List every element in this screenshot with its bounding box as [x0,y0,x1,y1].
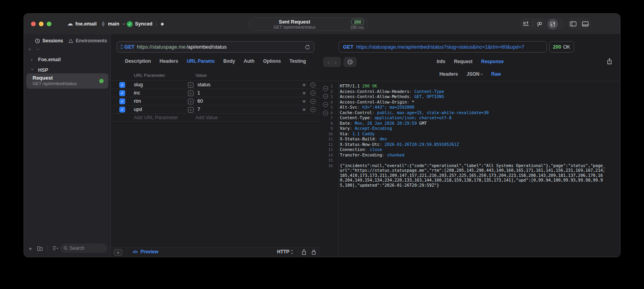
tab-auth[interactable]: Auth [244,58,254,64]
unsaved-indicator-dot [161,23,164,25]
line-number: 16 [320,163,336,188]
sidebar-group-hsp[interactable]: › HSP [31,67,48,73]
code-token: : [350,121,355,125]
line-number: 8 [320,121,336,126]
param-enabled-checkbox[interactable]: ✓ [119,107,125,113]
add-param-placeholder[interactable]: Add URL Parameter [134,115,178,120]
editor-footer: ▲ </> Preview HTTP [111,247,320,257]
remove-param-button[interactable] [310,105,316,114]
tab-json[interactable]: JSON [467,71,483,77]
param-enabled-checkbox[interactable]: ✓ [119,98,125,104]
tab-environments[interactable]: Environments [68,38,107,44]
param-value-input[interactable]: 1 [197,90,200,96]
param-value-input[interactable]: 7 [197,107,200,112]
new-request-button[interactable]: + [29,245,32,252]
response-code[interactable]: 1HTTP/1.1 200 OK2Access-Control-Allow-He… [320,81,620,257]
tab-response[interactable]: Response [481,59,504,64]
branch-icon [101,21,106,27]
minimize-window-button[interactable] [39,22,44,26]
tab-testing[interactable]: Testing [290,58,306,64]
branch-selector[interactable]: main [101,14,125,34]
tab-request[interactable]: Request [454,59,473,64]
sent-request-pill[interactable]: Sent Request GET /api/embed/status 200 2… [248,17,368,31]
param-name-input[interactable]: rtm [134,98,141,104]
param-enabled-checkbox[interactable]: ✓ [119,82,125,88]
tab-body[interactable]: Body [223,58,235,64]
request-method[interactable]: GET [124,44,135,50]
code-line: 7Content-Type: application/json; charset… [320,115,620,121]
expand-console-button[interactable]: ▲ [114,249,122,256]
code-token: Content-Type [414,89,444,94]
sidebar-search[interactable] [60,244,107,253]
add-value-placeholder[interactable]: Add Value [195,115,218,120]
param-enabled-checkbox[interactable]: ✓ [119,90,125,96]
sidebar-item-request[interactable]: Request GET /api/embed/status [26,73,108,89]
sort-filter-button[interactable] [53,246,59,251]
pull-changes-button[interactable] [533,18,546,30]
sidebar-group-foe-email[interactable]: › Foe.email [31,57,61,62]
request-list-order-button[interactable] [519,18,533,30]
lock-icon[interactable] [311,249,316,255]
line-number: 13 [320,147,336,153]
protocol-selector[interactable]: HTTP [277,249,293,254]
response-url-bar[interactable]: GET https://statuspage.me/api/embed/stat… [339,41,547,53]
tab-sessions[interactable]: Sessions [35,38,63,44]
remove-param-button[interactable] [310,97,316,105]
request-url-bar[interactable]: GET https://statuspage.me /api/embed/sta… [117,41,314,53]
param-name-input[interactable]: inc [134,90,140,96]
response-tabs: InfoRequestResponse [320,59,620,64]
fold-toggle-icon[interactable] [323,94,328,99]
param-value-input[interactable]: status [197,82,210,87]
resend-request-icon[interactable] [305,44,310,50]
tab-label: Options [263,58,281,64]
reorder-handle-icon[interactable]: ≡ [303,89,306,97]
toggle-bottom-panel-button[interactable] [579,18,591,30]
code-token: : [382,153,387,157]
tab-headers[interactable]: Headers [440,71,458,77]
zoom-window-button[interactable] [47,22,51,26]
sync-status: ✓ Synced [127,14,152,34]
code-token: : [375,136,380,141]
share-request-button[interactable] [301,249,306,255]
remove-param-button[interactable] [310,89,316,97]
tab-environments-label: Environments [76,38,107,44]
tab-raw[interactable]: Raw [491,71,501,77]
tab-label: JSON [467,71,480,77]
code-token: public, max-age=15, stale-while-revalida… [377,110,489,115]
toggle-sidebar-button[interactable] [567,18,579,30]
project-menu[interactable]: ☁ foe.email [67,14,97,34]
line-number: 4 [320,100,336,105]
tab-headers[interactable]: Headers [160,58,178,64]
new-folder-button[interactable] [37,246,43,251]
equals-icon: = [188,82,193,88]
code-token: : [379,142,385,147]
line-number: 15 [320,158,336,163]
param-name-input[interactable]: slug [134,82,143,87]
fold-toggle-icon[interactable] [323,111,328,116]
fold-toggle-icon[interactable] [323,102,328,107]
search-input[interactable] [69,245,104,251]
close-window-button[interactable] [31,22,36,26]
code-line: 14Transfer-Encoding: chunked [320,153,620,158]
reorder-handle-icon[interactable]: ≡ [303,81,306,89]
param-value-input[interactable]: 60 [197,98,203,104]
tab-description[interactable]: Description [125,58,151,64]
send-receive-button[interactable] [547,19,558,29]
preview-button[interactable]: </> Preview [133,249,158,254]
tab-options[interactable]: Options [263,58,281,64]
tab-info[interactable]: Info [437,59,445,64]
export-response-button[interactable] [607,58,612,65]
code-token: close [370,147,382,152]
line-text: Connection: close [336,147,620,153]
line-text: Cache-Control: public, max-age=15, stale… [336,110,620,116]
reorder-handle-icon[interactable]: ≡ [303,105,306,114]
fold-toggle-icon[interactable] [323,86,328,91]
param-name-input[interactable]: upd [134,107,142,112]
remove-session-button[interactable]: − [36,46,40,53]
reorder-handle-icon[interactable]: ≡ [303,97,306,105]
remove-param-button[interactable] [310,81,316,89]
equals-icon: = [188,99,193,104]
tab-url-params[interactable]: URL Params [187,58,215,64]
cloud-icon: ☁ [67,20,73,27]
add-session-button[interactable]: + [28,46,31,53]
